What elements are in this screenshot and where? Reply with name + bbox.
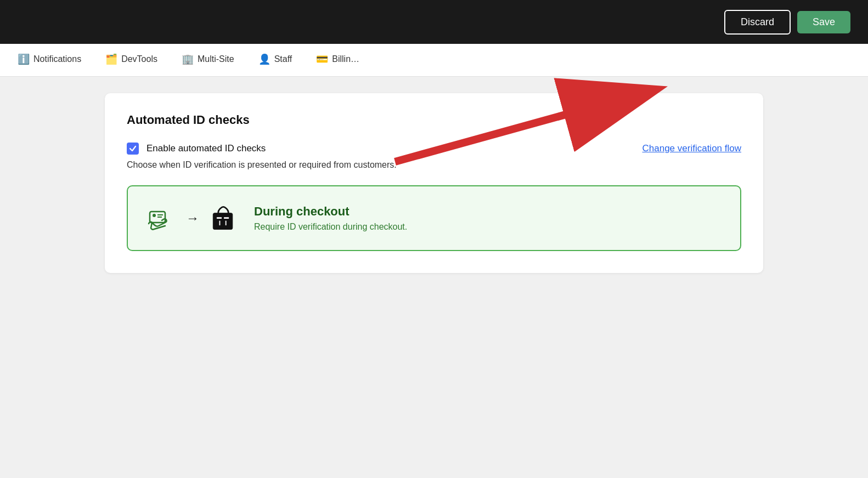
tab-devtools-label: DevTools bbox=[121, 54, 157, 64]
svg-rect-6 bbox=[213, 213, 232, 230]
enable-id-checks-checkbox[interactable] bbox=[127, 143, 139, 155]
tab-devtools[interactable]: 🗂️ DevTools bbox=[93, 44, 170, 76]
card-title: Automated ID checks bbox=[127, 113, 741, 127]
checkmark-icon bbox=[129, 145, 137, 152]
checkout-option[interactable]: → During checkout Require ID verificatio… bbox=[127, 185, 741, 251]
tab-staff-label: Staff bbox=[274, 54, 292, 64]
top-bar: Discard Save bbox=[0, 0, 868, 44]
checkout-icons: → bbox=[144, 202, 239, 235]
billing-icon: 💳 bbox=[316, 53, 328, 65]
main-content: Automated ID checks Enable automated ID … bbox=[0, 77, 868, 289]
id-verification-icon bbox=[144, 202, 177, 235]
tab-notifications-label: Notifications bbox=[33, 54, 81, 64]
checkout-option-title: During checkout bbox=[254, 204, 407, 219]
change-verification-flow-link[interactable]: Change verification flow bbox=[642, 143, 741, 154]
devtools-icon: 🗂️ bbox=[105, 53, 117, 65]
automated-id-checks-card: Automated ID checks Enable automated ID … bbox=[105, 93, 763, 273]
tab-notifications[interactable]: ℹ️ Notifications bbox=[5, 44, 93, 76]
notifications-icon: ℹ️ bbox=[18, 53, 30, 65]
shopping-bag-icon bbox=[208, 203, 239, 234]
nav-tabs: ℹ️ Notifications 🗂️ DevTools 🏢 Multi-Sit… bbox=[0, 44, 868, 77]
discard-button[interactable]: Discard bbox=[724, 10, 791, 35]
save-button[interactable]: Save bbox=[797, 11, 850, 33]
tab-billing[interactable]: 💳 Billin… bbox=[304, 44, 371, 76]
checkbox-label: Enable automated ID checks bbox=[146, 143, 266, 154]
tab-staff[interactable]: 👤 Staff bbox=[246, 44, 305, 76]
tab-multisite[interactable]: 🏢 Multi-Site bbox=[170, 44, 246, 76]
staff-icon: 👤 bbox=[258, 53, 270, 65]
checkbox-left: Enable automated ID checks bbox=[127, 143, 266, 155]
arrow-right-icon: → bbox=[186, 210, 199, 226]
checkout-text-block: During checkout Require ID verification … bbox=[254, 204, 407, 232]
multisite-icon: 🏢 bbox=[182, 53, 194, 65]
checkbox-row: Enable automated ID checks Change verifi… bbox=[127, 143, 741, 155]
svg-rect-7 bbox=[217, 217, 222, 219]
svg-rect-8 bbox=[224, 217, 229, 219]
tab-multisite-label: Multi-Site bbox=[198, 54, 234, 64]
svg-point-3 bbox=[153, 214, 156, 217]
checkout-option-description: Require ID verification during checkout. bbox=[254, 222, 407, 232]
description-text: Choose when ID verification is presented… bbox=[127, 160, 741, 170]
tab-billing-label: Billin… bbox=[332, 54, 359, 64]
